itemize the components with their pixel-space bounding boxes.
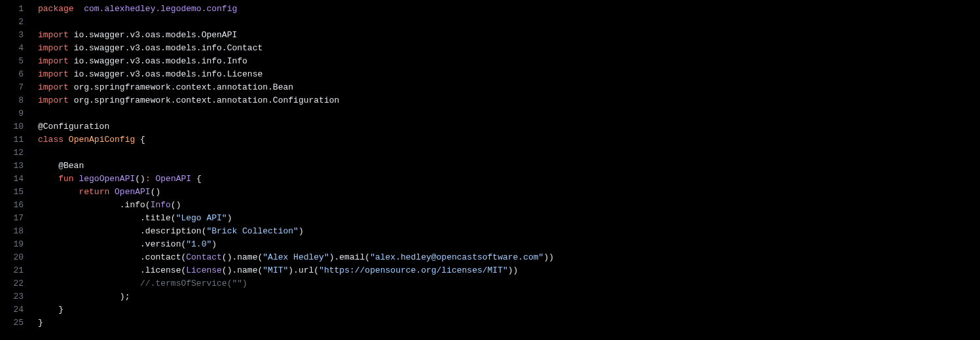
code-line[interactable]: 1package com.alexhedley.legodemo.config bbox=[0, 3, 980, 16]
token bbox=[38, 305, 58, 314]
token: () bbox=[171, 200, 181, 210]
line-number: 13 bbox=[0, 160, 38, 173]
token bbox=[38, 161, 58, 171]
token: } bbox=[58, 305, 64, 314]
token: { bbox=[140, 135, 145, 144]
token: .contact( bbox=[38, 252, 186, 262]
code-line[interactable]: 22 //.termsOfService("") bbox=[0, 277, 980, 290]
code-content[interactable] bbox=[38, 16, 980, 29]
code-line[interactable]: 19 .version("1.0") bbox=[0, 238, 980, 251]
code-content[interactable]: ); bbox=[38, 290, 980, 303]
token: ) bbox=[299, 226, 304, 236]
token: //.termsOfService("") bbox=[140, 279, 247, 288]
code-content[interactable]: .info(Info() bbox=[38, 199, 980, 212]
token: "https://opensource.org/licenses/MIT" bbox=[319, 265, 508, 275]
code-content[interactable]: @Configuration bbox=[38, 120, 980, 133]
token: io.swagger.v3.oas.models.info.Contact bbox=[74, 43, 263, 53]
code-content[interactable]: package com.alexhedley.legodemo.config bbox=[38, 3, 980, 16]
token: package bbox=[38, 4, 74, 14]
code-line[interactable]: 24 } bbox=[0, 303, 980, 316]
token: .title( bbox=[38, 213, 176, 223]
line-number: 18 bbox=[0, 225, 38, 238]
token bbox=[38, 292, 120, 301]
code-line[interactable]: 17 .title("Lego API") bbox=[0, 212, 980, 225]
code-line[interactable]: 3import io.swagger.v3.oas.models.OpenAPI bbox=[0, 29, 980, 42]
code-line[interactable]: 16 .info(Info() bbox=[0, 199, 980, 212]
token: import bbox=[38, 82, 69, 92]
code-content[interactable]: import org.springframework.context.annot… bbox=[38, 81, 980, 94]
line-number: 2 bbox=[0, 16, 38, 29]
token: )) bbox=[543, 252, 554, 262]
code-content[interactable]: import io.swagger.v3.oas.models.OpenAPI bbox=[38, 29, 980, 42]
token: ) bbox=[227, 213, 232, 223]
code-editor[interactable]: 1package com.alexhedley.legodemo.config2… bbox=[0, 3, 980, 330]
code-content[interactable]: .version("1.0") bbox=[38, 238, 980, 251]
token: () bbox=[135, 174, 145, 184]
token: () bbox=[222, 265, 232, 275]
token: @Configuration bbox=[38, 122, 109, 131]
code-content[interactable]: .contact(Contact().name("Alex Hedley").e… bbox=[38, 251, 980, 264]
code-line[interactable]: 20 .contact(Contact().name("Alex Hedley"… bbox=[0, 251, 980, 264]
code-content[interactable]: import org.springframework.context.annot… bbox=[38, 94, 980, 107]
code-content[interactable]: .description("Brick Collection") bbox=[38, 225, 980, 238]
code-content[interactable]: import io.swagger.v3.oas.models.info.Inf… bbox=[38, 55, 980, 68]
line-number: 17 bbox=[0, 212, 38, 225]
token bbox=[69, 95, 74, 105]
code-line[interactable]: 21 .license(License().name("MIT").url("h… bbox=[0, 264, 980, 277]
code-content[interactable] bbox=[38, 107, 980, 120]
token: () bbox=[151, 187, 161, 197]
code-line[interactable]: 14 fun legoOpenAPI(): OpenAPI { bbox=[0, 173, 980, 186]
code-line[interactable]: 9 bbox=[0, 107, 980, 120]
code-line[interactable]: 8import org.springframework.context.anno… bbox=[0, 94, 980, 107]
code-content[interactable]: .title("Lego API") bbox=[38, 212, 980, 225]
line-number: 5 bbox=[0, 55, 38, 68]
code-line[interactable]: 11class OpenApiConfig { bbox=[0, 133, 980, 146]
token: "Alex Hedley" bbox=[263, 252, 329, 262]
code-line[interactable]: 7import org.springframework.context.anno… bbox=[0, 81, 980, 94]
line-number: 25 bbox=[0, 316, 38, 330]
line-number: 4 bbox=[0, 42, 38, 55]
line-number: 14 bbox=[0, 173, 38, 186]
code-content[interactable]: fun legoOpenAPI(): OpenAPI { bbox=[38, 173, 980, 186]
token bbox=[151, 174, 156, 184]
line-number: 9 bbox=[0, 107, 38, 120]
code-line[interactable]: 12 bbox=[0, 146, 980, 160]
token: .url( bbox=[293, 265, 319, 275]
code-line[interactable]: 15 return OpenAPI() bbox=[0, 186, 980, 199]
code-content[interactable] bbox=[38, 146, 980, 160]
code-line[interactable]: 18 .description("Brick Collection") bbox=[0, 225, 980, 238]
code-content[interactable]: import io.swagger.v3.oas.models.info.Lic… bbox=[38, 68, 980, 81]
token bbox=[38, 174, 58, 184]
line-number: 8 bbox=[0, 94, 38, 107]
token: ) bbox=[329, 252, 335, 262]
code-content[interactable]: } bbox=[38, 316, 980, 330]
token: )) bbox=[508, 265, 518, 275]
token: legoOpenAPI bbox=[79, 174, 135, 184]
token: "alex.hedley@opencastsoftware.com" bbox=[370, 252, 543, 262]
code-content[interactable]: .license(License().name("MIT").url("http… bbox=[38, 264, 980, 277]
code-content[interactable]: import io.swagger.v3.oas.models.info.Con… bbox=[38, 42, 980, 55]
code-line[interactable]: 5import io.swagger.v3.oas.models.info.In… bbox=[0, 55, 980, 68]
code-content[interactable]: @Bean bbox=[38, 160, 980, 173]
token: ) bbox=[288, 265, 293, 275]
code-line[interactable]: 25} bbox=[0, 316, 980, 330]
code-content[interactable]: //.termsOfService("") bbox=[38, 277, 980, 290]
code-line[interactable]: 13 @Bean bbox=[0, 160, 980, 173]
code-line[interactable]: 10@Configuration bbox=[0, 120, 980, 133]
code-line[interactable]: 6import io.swagger.v3.oas.models.info.Li… bbox=[0, 68, 980, 81]
token: .version( bbox=[38, 239, 186, 249]
token: return bbox=[79, 187, 109, 197]
token bbox=[38, 279, 140, 288]
token: import bbox=[38, 95, 69, 105]
code-line[interactable]: 4import io.swagger.v3.oas.models.info.Co… bbox=[0, 42, 980, 55]
code-content[interactable]: } bbox=[38, 303, 980, 316]
token bbox=[69, 56, 74, 66]
line-number: 16 bbox=[0, 199, 38, 212]
code-line[interactable]: 23 ); bbox=[0, 290, 980, 303]
line-number: 1 bbox=[0, 3, 38, 16]
code-content[interactable]: class OpenApiConfig { bbox=[38, 133, 980, 146]
code-line[interactable]: 2 bbox=[0, 16, 980, 29]
line-number: 7 bbox=[0, 81, 38, 94]
code-content[interactable]: return OpenAPI() bbox=[38, 186, 980, 199]
token: com.alexhedley.legodemo.config bbox=[84, 4, 237, 14]
